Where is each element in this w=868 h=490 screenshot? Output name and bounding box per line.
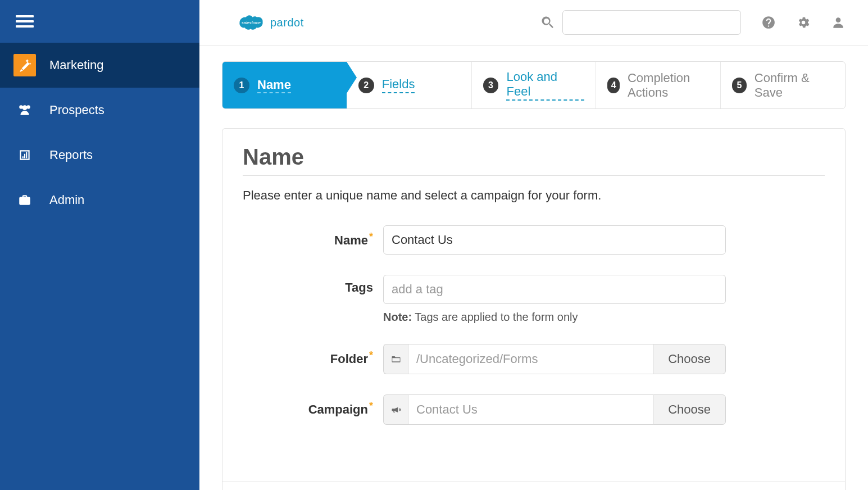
campaign-input xyxy=(408,394,653,425)
sidebar-item-admin[interactable]: Admin xyxy=(0,178,199,223)
folder-icon xyxy=(383,344,408,374)
step-label: Confirm & Save xyxy=(755,71,834,100)
field-row-name: Name* xyxy=(243,225,825,255)
help-icon[interactable] xyxy=(761,15,776,30)
field-label: Tags xyxy=(243,275,383,295)
sidebar-item-label: Reports xyxy=(49,148,93,162)
tags-note: Note: Tags are applied to the form only xyxy=(383,311,726,324)
svg-text:salesforce: salesforce xyxy=(242,20,261,25)
search-icon[interactable] xyxy=(540,15,556,30)
user-icon[interactable] xyxy=(831,15,846,30)
menu-toggle[interactable] xyxy=(0,0,199,43)
gear-icon[interactable] xyxy=(796,15,811,30)
step-number: 4 xyxy=(607,78,620,93)
step-label: Fields xyxy=(382,77,415,93)
tags-input[interactable] xyxy=(383,275,726,304)
chart-icon xyxy=(13,144,36,166)
sidebar-item-marketing[interactable]: Marketing xyxy=(0,43,199,88)
wizard-step-fields[interactable]: 2 Fields xyxy=(347,62,471,108)
field-row-folder: Folder* Choose xyxy=(243,344,825,374)
step-label: Name xyxy=(257,78,291,93)
field-row-tags: Tags Note: Tags are applied to the form … xyxy=(243,275,825,324)
folder-input xyxy=(408,344,653,374)
salesforce-cloud-icon: salesforce xyxy=(235,12,267,33)
panel-description: Please enter a unique name and select a … xyxy=(243,188,825,203)
step-label: Completion Actions xyxy=(628,71,709,100)
wizard-step-look-and-feel[interactable]: 3 Look and Feel xyxy=(471,62,596,108)
panel-title: Name xyxy=(243,144,825,176)
sidebar: Marketing Prospects Reports Admin xyxy=(0,0,199,490)
campaign-choose-button[interactable]: Choose xyxy=(653,394,726,425)
panel-footer: Next » Cancel xyxy=(222,482,845,490)
step-number: 2 xyxy=(358,78,374,93)
step-number: 1 xyxy=(234,78,249,93)
wizard-steps: 1 Name 2 Fields 3 Look and Feel 4 Comple… xyxy=(222,61,846,109)
sidebar-item-label: Admin xyxy=(49,193,84,207)
briefcase-icon xyxy=(13,189,36,211)
search-input[interactable] xyxy=(562,10,741,35)
sidebar-item-label: Prospects xyxy=(49,103,104,117)
step-label: Look and Feel xyxy=(506,70,584,101)
step-number: 3 xyxy=(483,78,499,93)
sidebar-item-prospects[interactable]: Prospects xyxy=(0,88,199,133)
step-number: 5 xyxy=(732,78,747,93)
wizard-step-completion-actions[interactable]: 4 Completion Actions xyxy=(596,62,720,108)
sidebar-item-reports[interactable]: Reports xyxy=(0,133,199,178)
megaphone-icon xyxy=(383,394,408,425)
field-row-campaign: Campaign* Choose xyxy=(243,394,825,425)
main-content: salesforce pardot 1 Name 2 xyxy=(199,0,868,490)
form-panel: Name Please enter a unique name and sele… xyxy=(222,128,846,490)
topbar: salesforce pardot xyxy=(199,0,868,46)
folder-choose-button[interactable]: Choose xyxy=(653,344,726,374)
sidebar-item-label: Marketing xyxy=(49,58,104,72)
name-input[interactable] xyxy=(383,225,726,255)
wizard-step-confirm-save[interactable]: 5 Confirm & Save xyxy=(720,62,845,108)
field-label: Name* xyxy=(243,225,383,248)
product-name: pardot xyxy=(270,16,304,29)
wizard-step-name[interactable]: 1 Name xyxy=(222,62,347,108)
field-label: Folder* xyxy=(243,344,383,366)
field-label: Campaign* xyxy=(243,394,383,417)
people-icon xyxy=(13,99,36,121)
logo[interactable]: salesforce pardot xyxy=(235,12,304,33)
wand-icon xyxy=(13,54,36,76)
